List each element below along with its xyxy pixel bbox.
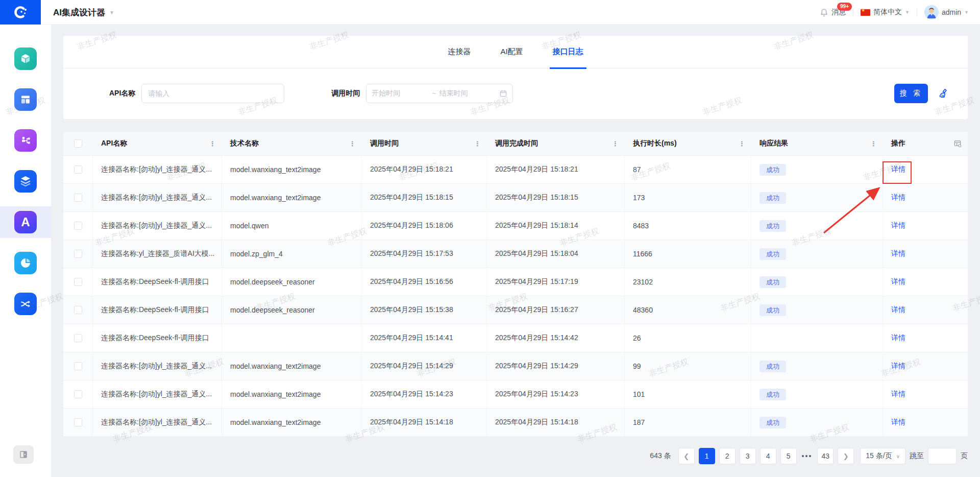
detail-link[interactable]: 详情 (891, 249, 905, 258)
column-menu-icon[interactable]: ⋮ (474, 140, 481, 147)
detail-link[interactable]: 详情 (891, 333, 905, 343)
cell-api-name: 连接器名称:[勿动]yl_连接器_通义... (93, 352, 222, 380)
detail-link[interactable]: 详情 (891, 193, 905, 202)
china-flag-icon: ★ (861, 9, 870, 16)
status-badge: 成功 (760, 192, 786, 204)
page-button-3[interactable]: 3 (740, 448, 756, 464)
cell-tech-name: model.deepseek_reasoner (222, 296, 362, 324)
status-badge: 成功 (760, 164, 786, 176)
row-checkbox[interactable] (74, 418, 82, 426)
table-row: 连接器名称:DeepSeek-fl-调用接口 2025年04月29日 15:14… (63, 324, 968, 352)
row-checkbox[interactable] (74, 278, 82, 286)
row-checkbox[interactable] (74, 306, 82, 314)
row-checkbox[interactable] (74, 222, 82, 230)
app-logo[interactable] (0, 0, 41, 25)
detail-link[interactable]: 详情 (891, 277, 905, 287)
page-button-last[interactable]: 43 (817, 448, 834, 464)
cell-tech-name: model.wanxiang_text2image (222, 352, 362, 380)
column-header-tech-name: 技术名称⋮ (222, 132, 362, 155)
shuffle-icon (14, 293, 37, 315)
row-checkbox[interactable] (74, 390, 82, 398)
sidebar-item-integration[interactable] (0, 288, 51, 320)
column-header-done-time: 调用完成时间⋮ (487, 132, 625, 155)
cell-done-time: 2025年04月29日 15:14:42 (487, 324, 625, 352)
tab-api-logs[interactable]: 接口日志 (553, 36, 583, 68)
app-title-wrap[interactable]: AI集成设计器 ▼ (53, 0, 114, 25)
row-checkbox[interactable] (74, 362, 82, 370)
sidebar-collapse-button[interactable] (13, 445, 34, 464)
api-name-label: API名称 (109, 89, 135, 98)
cell-api-name: 连接器名称:[勿动]yl_连接器_通义... (93, 409, 222, 436)
column-menu-icon[interactable]: ⋮ (349, 140, 356, 147)
range-separator: ~ (432, 89, 436, 98)
column-menu-icon[interactable]: ⋮ (209, 140, 216, 147)
sidebar-item-model[interactable] (0, 43, 51, 75)
page-button-2[interactable]: 2 (719, 448, 736, 464)
column-header-duration: 执行时长(ms)⋮ (625, 132, 751, 155)
cell-tech-name: model.wanxiang_text2image (222, 156, 362, 183)
sidebar-item-layers[interactable] (0, 165, 51, 197)
next-page-button[interactable]: ❯ (838, 448, 854, 464)
column-menu-icon[interactable]: ⋮ (870, 140, 877, 147)
cell-tech-name (222, 324, 362, 352)
page-button-4[interactable]: 4 (760, 448, 776, 464)
row-checkbox[interactable] (74, 165, 82, 174)
clear-filters-button[interactable] (937, 87, 950, 100)
sidebar: A (0, 25, 51, 477)
row-checkbox[interactable] (74, 334, 82, 342)
cell-call-time: 2025年04月29日 15:14:23 (362, 380, 487, 408)
detail-link[interactable]: 详情 (891, 165, 905, 174)
start-time-placeholder: 开始时间 (372, 89, 429, 98)
column-menu-icon[interactable]: ⋮ (739, 140, 745, 147)
more-pages-button[interactable]: ••• (801, 452, 814, 460)
page-button-1[interactable]: 1 (699, 448, 715, 464)
detail-link[interactable]: 详情 (891, 390, 905, 399)
messages-button[interactable]: 消息 99+ (820, 8, 846, 17)
table-body: 连接器名称:[勿动]yl_连接器_通义... model.wanxiang_te… (63, 156, 968, 437)
jump-page-input[interactable] (928, 448, 957, 464)
detail-link[interactable]: 详情 (891, 221, 905, 230)
search-button[interactable]: 搜 索 (894, 84, 928, 103)
date-range-picker[interactable]: 开始时间 ~ 结束时间 (366, 84, 513, 103)
tab-connector[interactable]: 连接器 (448, 36, 471, 68)
cell-duration: 8483 (625, 212, 751, 240)
sidebar-item-layout[interactable] (0, 84, 51, 115)
log-table: API名称⋮ 技术名称⋮ 调用时间⋮ 调用完成时间⋮ 执行时长(ms)⋮ 响应结… (63, 132, 968, 437)
bell-icon (820, 8, 828, 17)
sidebar-item-stats[interactable] (0, 247, 51, 279)
cell-call-time: 2025年04月29日 15:18:21 (362, 156, 487, 183)
column-menu-icon[interactable]: ⋮ (612, 140, 619, 147)
cell-tech-name: model.deepseek_reasoner (222, 268, 362, 296)
select-all-checkbox[interactable] (74, 139, 82, 148)
filter-card: 连接器 AI配置 接口日志 API名称 调用时间 开始时间 ~ 结束时间 搜 索 (63, 36, 968, 119)
row-checkbox[interactable] (74, 194, 82, 202)
tab-ai-config[interactable]: AI配置 (500, 36, 523, 68)
table-settings-icon[interactable] (953, 139, 962, 148)
table-row: 连接器名称:[勿动]yl_连接器_通义... model.wanxiang_te… (63, 380, 968, 409)
cell-done-time: 2025年04月29日 15:18:04 (487, 240, 625, 268)
cell-duration: 101 (625, 380, 751, 408)
table-row: 连接器名称:[勿动]yl_连接器_通义... model.qwen 2025年0… (63, 212, 968, 240)
top-bar: AI集成设计器 ▼ 消息 99+ ★ 简体中文 ▼ (0, 0, 980, 25)
sidebar-item-flow[interactable] (0, 125, 51, 156)
layers-icon (14, 170, 37, 193)
prev-page-button[interactable]: ❮ (678, 448, 695, 464)
page-button-5[interactable]: 5 (780, 448, 797, 464)
detail-link[interactable]: 详情 (891, 362, 905, 371)
cell-call-time: 2025年04月29日 15:14:29 (362, 352, 487, 380)
detail-link[interactable]: 详情 (891, 418, 905, 427)
cell-tech-name: model.qwen (222, 212, 362, 240)
api-name-input[interactable] (141, 84, 284, 103)
sidebar-item-ai-designer[interactable]: A (0, 206, 51, 238)
language-selector[interactable]: ★ 简体中文 ▼ (861, 8, 910, 17)
avatar (924, 5, 939, 19)
row-checkbox[interactable] (74, 250, 82, 258)
cell-api-name: 连接器名称:yl_连接器_质谱AI大模... (93, 240, 222, 268)
tab-bar: 连接器 AI配置 接口日志 (63, 36, 968, 68)
detail-link[interactable]: 详情 (891, 305, 905, 315)
table-row: 连接器名称:[勿动]yl_连接器_通义... model.wanxiang_te… (63, 409, 968, 437)
user-menu[interactable]: admin ▼ (924, 5, 969, 19)
page-size-select[interactable]: 15 条/页∨ (860, 448, 905, 464)
cell-call-time: 2025年04月29日 15:18:15 (362, 184, 487, 211)
cell-duration: 87 (625, 156, 751, 183)
